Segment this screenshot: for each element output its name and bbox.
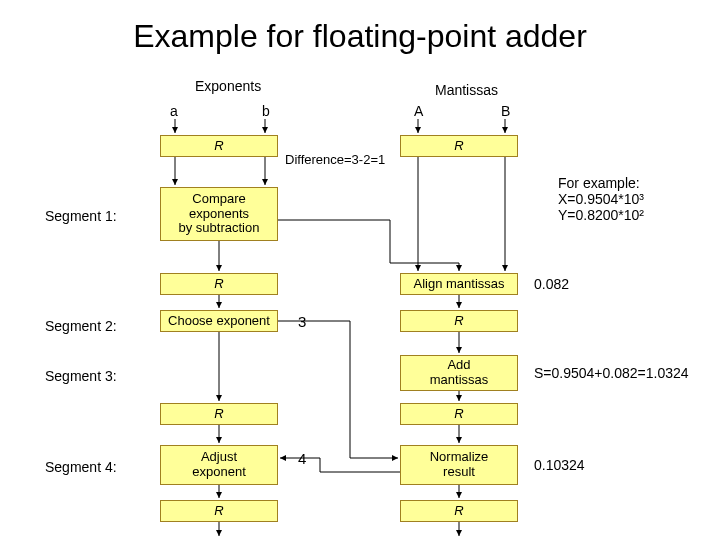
box-r-left-4: R bbox=[160, 500, 278, 522]
label-a: a bbox=[170, 103, 178, 119]
label-exponents: Exponents bbox=[195, 78, 261, 94]
label-B-cap: B bbox=[501, 103, 510, 119]
box-r-right-2: R bbox=[400, 310, 518, 332]
label-segment-1: Segment 1: bbox=[45, 208, 117, 224]
label-difference: Difference=3-2=1 bbox=[285, 152, 385, 167]
note-sum: S=0.9504+0.082=1.0324 bbox=[534, 365, 689, 381]
note-result: 0.10324 bbox=[534, 457, 585, 473]
label-four: 4 bbox=[298, 450, 306, 467]
box-r-right-4: R bbox=[400, 500, 518, 522]
page-title: Example for floating-point adder bbox=[0, 18, 720, 55]
note-example: For example: X=0.9504*10³ Y=0.8200*10² bbox=[558, 175, 644, 223]
label-three: 3 bbox=[298, 313, 306, 330]
box-compare: Compare exponents by subtraction bbox=[160, 187, 278, 241]
label-A-cap: A bbox=[414, 103, 423, 119]
box-align: Align mantissas bbox=[400, 273, 518, 295]
label-segment-3: Segment 3: bbox=[45, 368, 117, 384]
label-mantissas: Mantissas bbox=[435, 82, 498, 98]
box-adjust: Adjust exponent bbox=[160, 445, 278, 485]
label-segment-4: Segment 4: bbox=[45, 459, 117, 475]
box-r-left-3: R bbox=[160, 403, 278, 425]
box-choose: Choose exponent bbox=[160, 310, 278, 332]
box-normalize: Normalize result bbox=[400, 445, 518, 485]
label-segment-2: Segment 2: bbox=[45, 318, 117, 334]
box-r-right-3: R bbox=[400, 403, 518, 425]
box-r-right-1: R bbox=[400, 135, 518, 157]
label-b: b bbox=[262, 103, 270, 119]
box-r-left-2: R bbox=[160, 273, 278, 295]
box-add: Add mantissas bbox=[400, 355, 518, 391]
note-082: 0.082 bbox=[534, 276, 569, 292]
box-r-left-1: R bbox=[160, 135, 278, 157]
